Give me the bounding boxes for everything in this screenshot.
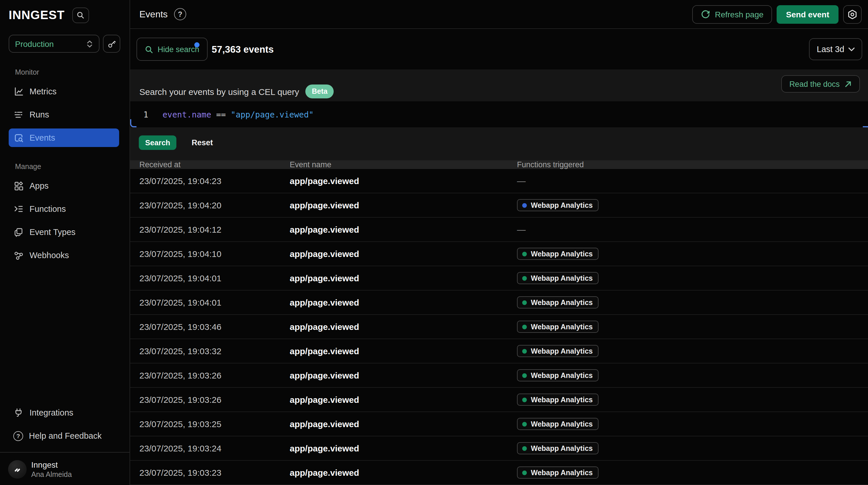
time-range-selector[interactable]: Last 3d xyxy=(809,38,862,60)
webhooks-icon xyxy=(13,250,24,260)
function-badge[interactable]: Webapp Analytics xyxy=(517,394,598,406)
sidebar-item-event-types[interactable]: Event Types xyxy=(9,223,119,241)
sidebar-section-manage: Manage xyxy=(15,163,129,171)
received-at-cell: 23/07/2025, 19:04:23 xyxy=(140,176,290,186)
table-row[interactable]: 23/07/2025, 19:03:32app/page.viewedWebap… xyxy=(130,339,868,364)
panel-title: Search your events by using a CEL query xyxy=(140,87,299,96)
table-row[interactable]: 23/07/2025, 19:03:46app/page.viewedWebap… xyxy=(130,315,868,339)
environment-selector[interactable]: Production xyxy=(9,35,99,53)
screen: INNGEST Production xyxy=(0,0,868,485)
panel-title-row: Search your events by using a CEL query … xyxy=(140,85,334,98)
function-badge[interactable]: Webapp Analytics xyxy=(517,466,598,479)
function-badge[interactable]: Webapp Analytics xyxy=(517,442,598,454)
table-row[interactable]: 23/07/2025, 19:04:10app/page.viewedWebap… xyxy=(130,242,868,266)
functions-icon xyxy=(13,204,24,214)
profile[interactable]: Inngest Ana Almeida xyxy=(0,453,129,479)
sidebar-item-events[interactable]: Events xyxy=(9,129,119,147)
event-name-cell: app/page.viewed xyxy=(290,225,517,234)
sidebar-item-runs[interactable]: Runs xyxy=(9,105,119,124)
function-badge[interactable]: Webapp Analytics xyxy=(517,321,598,333)
functions-cell: Webapp Analytics xyxy=(517,442,868,454)
functions-cell: Webapp Analytics xyxy=(517,394,868,406)
sidebar-item-label: Webhooks xyxy=(30,251,69,260)
runs-icon xyxy=(13,109,24,120)
help-icon[interactable]: ? xyxy=(174,8,186,20)
table-header: Received at Event name Functions trigger… xyxy=(130,160,868,169)
function-badge[interactable]: Webapp Analytics xyxy=(517,199,598,211)
table-row[interactable]: 23/07/2025, 19:03:24app/page.viewedWebap… xyxy=(130,436,868,461)
received-at-cell: 23/07/2025, 19:04:01 xyxy=(140,297,290,307)
sidebar-item-help-and-feedback[interactable]: ? Help and Feedback xyxy=(9,427,119,445)
inngest-logo: INNGEST xyxy=(9,8,65,22)
hide-search-button[interactable]: Hide search xyxy=(136,38,208,61)
table-row[interactable]: 23/07/2025, 19:03:25app/page.viewedWebap… xyxy=(130,412,868,436)
table-row[interactable]: 23/07/2025, 19:03:26app/page.viewedWebap… xyxy=(130,388,868,412)
topbar: Events ? Refresh page Send event xyxy=(130,0,868,29)
hide-search-label: Hide search xyxy=(158,45,199,54)
events-count: 57,363 events xyxy=(212,44,274,55)
table-row[interactable]: 23/07/2025, 19:04:01app/page.viewedWebap… xyxy=(130,290,868,315)
sidebar-item-label: Event Types xyxy=(30,227,75,237)
function-badge[interactable]: Webapp Analytics xyxy=(517,418,598,430)
panel-actions: Search Reset xyxy=(139,136,217,150)
read-the-docs-button[interactable]: Read the docs xyxy=(781,75,860,93)
sidebar-item-integrations[interactable]: Integrations xyxy=(9,403,119,422)
apps-icon xyxy=(13,180,24,191)
function-status-dot xyxy=(522,203,527,207)
functions-cell: Webapp Analytics xyxy=(517,321,868,333)
table-row[interactable]: 23/07/2025, 19:03:26app/page.viewedWebap… xyxy=(130,364,868,388)
sidebar-item-label: Apps xyxy=(30,181,49,191)
received-at-cell: 23/07/2025, 19:03:26 xyxy=(140,370,290,380)
function-badge[interactable]: Webapp Analytics xyxy=(517,369,598,381)
event-keys-button[interactable] xyxy=(103,35,120,53)
events-toolbar: Hide search 57,363 events Last 3d xyxy=(130,29,868,69)
reset-button[interactable]: Reset xyxy=(187,136,218,150)
table-row[interactable]: 23/07/2025, 19:04:20app/page.viewedWebap… xyxy=(130,193,868,218)
sidebar-item-label: Help and Feedback xyxy=(29,431,102,440)
table-row[interactable]: 23/07/2025, 19:04:12app/page.viewed— xyxy=(130,218,868,242)
column-header-event-name: Event name xyxy=(290,160,517,169)
settings-button[interactable] xyxy=(843,5,862,23)
sidebar-item-label: Integrations xyxy=(30,408,73,417)
event-name-cell: app/page.viewed xyxy=(290,273,517,283)
sidebar-item-webhooks[interactable]: Webhooks xyxy=(9,246,119,264)
table-row[interactable]: 23/07/2025, 19:03:23app/page.viewedWebap… xyxy=(130,461,868,485)
manage-nav: Apps Functions Event Typ xyxy=(0,176,129,264)
sidebar-item-functions[interactable]: Functions xyxy=(9,200,119,218)
events-icon xyxy=(13,133,24,143)
table-row[interactable]: 23/07/2025, 19:04:01app/page.viewedWebap… xyxy=(130,266,868,290)
function-name: Webapp Analytics xyxy=(531,250,593,258)
cel-search-panel: Search your events by using a CEL query … xyxy=(130,69,868,160)
search-icon xyxy=(76,11,85,19)
event-name-cell: app/page.viewed xyxy=(290,346,517,356)
sidebar-item-label: Runs xyxy=(30,110,49,119)
function-badge[interactable]: Webapp Analytics xyxy=(517,272,598,284)
function-name: Webapp Analytics xyxy=(531,274,593,282)
function-status-dot xyxy=(522,373,527,378)
cel-query-editor[interactable]: 1 event.name == "app/page.viewed" xyxy=(130,101,868,127)
sidebar-search-button[interactable] xyxy=(72,7,89,23)
function-name: Webapp Analytics xyxy=(531,201,593,209)
profile-user: Ana Almeida xyxy=(31,470,72,479)
received-at-cell: 23/07/2025, 19:03:25 xyxy=(140,419,290,429)
sidebar-item-apps[interactable]: Apps xyxy=(9,176,119,195)
event-types-icon xyxy=(13,227,24,237)
function-badge[interactable]: Webapp Analytics xyxy=(517,296,598,309)
metrics-icon xyxy=(13,86,24,97)
sidebar-item-metrics[interactable]: Metrics xyxy=(9,82,119,101)
function-badge[interactable]: Webapp Analytics xyxy=(517,248,598,260)
no-functions-dash: — xyxy=(517,224,526,234)
send-event-button[interactable]: Send event xyxy=(777,5,838,23)
functions-cell: Webapp Analytics xyxy=(517,272,868,284)
table-row[interactable]: 23/07/2025, 19:04:23app/page.viewed— xyxy=(130,169,868,193)
app-window: INNGEST Production xyxy=(0,0,868,485)
environment-row: Production xyxy=(0,35,129,53)
function-badge[interactable]: Webapp Analytics xyxy=(517,345,598,357)
gear-icon xyxy=(847,9,858,19)
search-icon xyxy=(145,45,154,54)
event-name-cell: app/page.viewed xyxy=(290,297,517,307)
received-at-cell: 23/07/2025, 19:03:46 xyxy=(140,322,290,332)
search-button[interactable]: Search xyxy=(139,136,177,150)
refresh-page-button[interactable]: Refresh page xyxy=(692,5,772,23)
sidebar-logo-row: INNGEST xyxy=(0,0,129,30)
